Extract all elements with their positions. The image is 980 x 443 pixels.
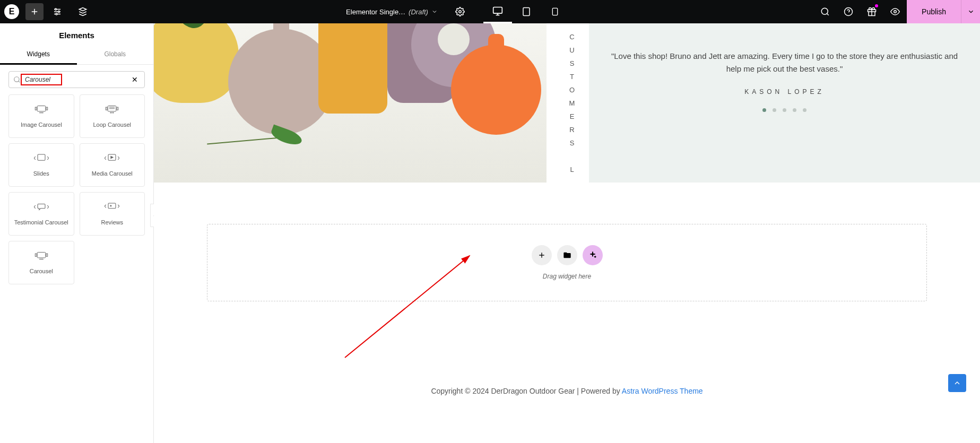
svg-point-48 [41,259,41,259]
elementor-logo[interactable]: E [0,0,23,23]
reviews-icon [105,202,119,214]
testimonial-block: "Love this shop! Bruno and Jett are amaz… [589,23,980,183]
widget-carousel[interactable]: Carousel [8,241,74,284]
svg-point-38 [113,112,114,113]
svg-rect-46 [46,254,48,256]
widget-reviews[interactable]: Reviews [80,192,145,236]
svg-rect-44 [37,253,46,258]
publish-options-button[interactable] [961,0,980,23]
dot-3[interactable] [783,108,786,112]
svg-point-5 [58,11,60,13]
publish-button[interactable]: Publish [907,0,961,23]
svg-rect-9 [493,7,502,13]
hero-image [154,23,547,183]
svg-rect-27 [46,107,48,110]
svg-rect-39 [38,154,45,160]
svg-point-29 [41,112,41,113]
search-input[interactable] [25,76,129,83]
widget-label: Image Carousel [21,121,62,128]
widget-image-carousel[interactable]: Image Carousel [8,94,74,138]
ai-generate-button[interactable] [583,245,603,265]
structure-button[interactable] [71,3,94,20]
carousel-icon [34,251,48,263]
vertical-heading: CUSTOMERS L [557,23,589,183]
svg-rect-33 [117,107,118,110]
dot-1[interactable] [762,108,766,112]
device-mobile[interactable] [541,0,569,23]
tab-widgets[interactable]: Widgets [0,45,77,65]
footer-link[interactable]: Astra WordPress Theme [622,387,703,395]
svg-rect-32 [106,107,108,110]
document-title[interactable]: Elementor Single… (Draft) [340,0,444,23]
doc-status: (Draft) [409,8,428,16]
widget-slides[interactable]: Slides [8,143,74,187]
svg-rect-42 [108,203,116,209]
add-template-button[interactable] [557,245,577,265]
svg-marker-43 [110,205,112,207]
svg-rect-12 [523,8,530,16]
svg-point-49 [42,259,43,259]
device-tablet[interactable] [512,0,541,23]
svg-point-7 [56,13,57,15]
search-widget-box[interactable]: ✕ [8,71,145,88]
slides-icon [34,153,49,165]
testimonial-carousel-icon [34,202,49,214]
svg-rect-26 [35,107,37,110]
image-carousel-icon [34,105,48,116]
svg-point-28 [40,112,40,113]
loop-carousel-icon [105,105,119,116]
device-desktop[interactable] [483,0,512,23]
doc-title-text: Elementor Single… [346,8,405,16]
dot-4[interactable] [793,108,796,112]
page-footer: Copyright © 2024 DerDragon Outdoor Gear … [154,387,980,395]
svg-point-16 [821,8,828,14]
widget-media-carousel[interactable]: Media Carousel [80,143,145,187]
widget-loop-carousel[interactable]: Loop Carousel [80,94,145,138]
widget-label: Testimonial Carousel [14,219,68,225]
whats-new-button[interactable] [860,0,883,23]
svg-rect-25 [37,106,46,111]
search-icon [13,76,21,83]
svg-rect-14 [552,8,557,15]
svg-line-24 [19,81,20,83]
svg-point-8 [459,11,462,13]
add-section-button[interactable] [532,245,552,265]
sidebar-title: Elements [0,23,153,45]
svg-rect-45 [35,254,37,256]
media-carousel-icon [105,153,119,165]
footer-text: Copyright © 2024 DerDragon Outdoor Gear … [431,387,621,395]
svg-marker-41 [111,157,113,159]
svg-point-36 [110,112,111,113]
widget-label: Loop Carousel [93,121,131,128]
svg-point-22 [894,11,897,13]
widget-label: Media Carousel [92,170,133,177]
svg-point-3 [55,8,57,10]
search-clear-button[interactable]: ✕ [129,75,140,84]
svg-point-37 [112,112,112,113]
widget-testimonial-carousel[interactable]: Testimonial Carousel [8,192,74,236]
preview-button[interactable] [883,0,907,23]
widget-dropzone[interactable]: Drag widget here [207,224,927,301]
svg-point-23 [14,77,19,82]
add-element-button[interactable] [25,3,44,20]
testimonial-text: "Love this shop! Bruno and Jett are amaz… [610,50,959,75]
scroll-to-top-button[interactable] [948,374,966,392]
svg-point-47 [40,259,40,259]
chevron-down-icon [431,8,438,15]
help-button[interactable] [837,0,860,23]
svg-line-17 [827,13,829,15]
svg-point-30 [42,112,43,113]
widget-label: Reviews [101,219,123,225]
search-button[interactable] [813,0,837,23]
tab-globals[interactable]: Globals [77,45,154,64]
notification-dot [875,4,878,7]
carousel-dots[interactable] [610,108,959,112]
widget-label: Slides [33,170,49,177]
dot-2[interactable] [773,108,776,112]
dot-5[interactable] [803,108,806,112]
testimonial-author: KASON LOPEZ [610,88,959,95]
settings-button[interactable] [46,3,69,20]
widget-label: Carousel [30,268,53,274]
page-settings-button[interactable] [448,3,472,20]
preview-content: CUSTOMERS L "Love this shop! Bruno and J… [154,23,980,183]
